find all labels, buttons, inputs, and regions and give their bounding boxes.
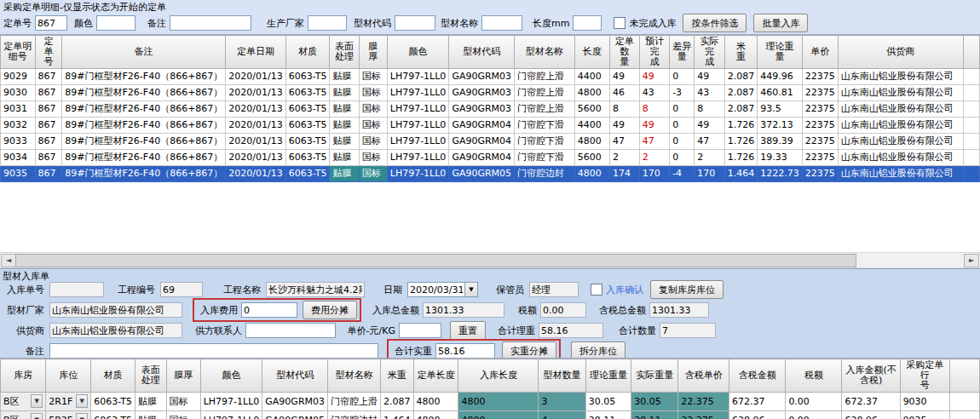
table-cell[interactable]: 山东南山铝业股份有限公司 <box>838 118 963 134</box>
scroll-left-icon[interactable]: ◄ <box>1 254 16 267</box>
table-cell[interactable]: GA90GRM03 <box>449 85 515 101</box>
table-row[interactable]: 903486789#门框型材F26-F40（866+867）2020/01/13… <box>1 150 980 166</box>
project-no-input[interactable] <box>160 282 203 297</box>
table-cell[interactable]: 628.96 <box>729 411 785 419</box>
table-cell[interactable]: 449.96 <box>758 69 803 85</box>
table-cell[interactable]: 2020/01/13 <box>226 134 285 150</box>
table-cell[interactable]: 贴膜 <box>330 150 359 166</box>
column-header[interactable]: 表面 处理 <box>330 36 359 69</box>
table-cell[interactable]: 山东南山铝业股份有限公司 <box>838 69 963 85</box>
table-cell[interactable]: 49 <box>609 69 639 85</box>
table-cell[interactable]: GA90GRM03 <box>262 393 328 411</box>
table-cell[interactable]: GA90GRM04 <box>449 118 515 134</box>
table-cell[interactable]: 49 <box>639 69 669 85</box>
table-cell[interactable]: 672.37 <box>842 393 900 411</box>
filter-by-condition-button[interactable]: 按条件筛选 <box>683 14 747 32</box>
column-header[interactable]: 型材名称 <box>328 359 381 393</box>
table-cell[interactable]: 2.087 <box>381 393 414 411</box>
table-cell[interactable]: 5600 <box>574 150 609 166</box>
table-cell[interactable]: 贴膜 <box>330 118 359 134</box>
table-cell[interactable]: 30.05 <box>631 393 678 411</box>
table-cell[interactable]: 4400 <box>574 118 609 134</box>
table-cell[interactable]: 170 <box>639 166 669 182</box>
table-cell[interactable]: 0 <box>670 150 695 166</box>
column-header[interactable]: 备注 <box>62 36 226 69</box>
column-header[interactable]: 采购定单行 号 <box>900 359 949 393</box>
dropdown-arrow-icon[interactable]: ▼ <box>31 413 43 419</box>
column-header[interactable]: 型材名称 <box>515 36 575 69</box>
table-cell[interactable]: 门帘腔上滑 <box>515 69 575 85</box>
table-cell[interactable]: 门帘腔上滑 <box>515 85 575 101</box>
table-cell[interactable]: 8 <box>695 101 724 118</box>
table-cell[interactable]: 28.11 <box>631 411 678 419</box>
total-amount-input[interactable] <box>423 302 504 318</box>
table-cell[interactable]: 门帘腔上滑 <box>328 393 381 411</box>
remark-filter-input[interactable] <box>170 15 251 31</box>
unfinished-checkbox[interactable] <box>614 17 625 29</box>
table-cell[interactable]: LH797-1LL0 <box>200 411 262 419</box>
column-header[interactable]: 入库金额(不 含税) <box>842 359 900 393</box>
table-cell[interactable]: 867 <box>35 101 62 118</box>
table-cell[interactable]: 49 <box>609 118 639 134</box>
remark-input[interactable] <box>49 343 378 359</box>
table-cell[interactable]: 672.37 <box>729 393 785 411</box>
table-cell[interactable]: LH797-1LL0 <box>387 166 449 182</box>
column-header[interactable]: 税额 <box>786 359 842 393</box>
table-cell[interactable]: 1.726 <box>724 150 758 166</box>
table-cell[interactable]: 43 <box>639 85 669 101</box>
column-header[interactable]: 理论重 量 <box>758 36 803 69</box>
column-header[interactable]: 差异量 <box>670 36 695 69</box>
table-cell[interactable]: 22.375 <box>678 411 729 419</box>
table-cell[interactable]: 山东南山铝业股份有限公司 <box>838 166 963 182</box>
table-cell[interactable]: 贴膜 <box>330 85 359 101</box>
table-cell[interactable]: 山东南山铝业股份有限公司 <box>838 134 963 150</box>
table-cell[interactable]: 8 <box>639 101 669 118</box>
table-cell[interactable]: 国标 <box>359 85 387 101</box>
column-header[interactable]: 型材代码 <box>262 359 328 393</box>
table-cell[interactable]: 1.464 <box>724 166 758 182</box>
table-cell[interactable]: 门帘腔边封 <box>515 166 575 182</box>
table-row[interactable]: 903186789#门框型材F26-F40（866+867）2020/01/13… <box>1 101 980 118</box>
table-cell[interactable]: 9032 <box>1 118 36 134</box>
column-header[interactable]: 供货商 <box>838 36 963 69</box>
column-header[interactable]: 定单日期 <box>226 36 285 69</box>
table-cell[interactable]: 贴膜 <box>135 393 166 411</box>
table-cell[interactable]: GA90GRM05 <box>449 166 515 182</box>
table-cell[interactable]: LH797-1LL0 <box>387 101 449 118</box>
table-row[interactable]: ▼B区▼5B2F6063-T5贴膜国标LH797-1LL0GA90GRM05门帘… <box>1 411 980 419</box>
table-cell[interactable]: 22.375 <box>678 393 729 411</box>
table-cell[interactable]: 1222.73 <box>758 166 803 182</box>
table-cell[interactable]: 2.087 <box>724 69 758 85</box>
table-cell[interactable]: GA90GRM03 <box>449 101 515 118</box>
column-header[interactable]: 膜厚 <box>166 359 200 393</box>
fee-split-button[interactable]: 费用分摊 <box>303 301 357 319</box>
table-cell[interactable]: 门帘腔下滑 <box>515 118 575 134</box>
batch-stockin-button[interactable]: 批量入库 <box>753 14 808 32</box>
table-cell[interactable]: LH797-1LL0 <box>200 393 262 411</box>
table-cell[interactable]: ▼B区 <box>1 411 46 419</box>
table-cell[interactable]: 6063-T5 <box>285 150 330 166</box>
calendar-dropdown-icon[interactable]: ▼ <box>465 282 478 297</box>
table-cell[interactable]: 49 <box>639 118 669 134</box>
table-cell[interactable]: 174 <box>609 166 639 182</box>
column-header[interactable]: 实际完 成 <box>695 36 724 69</box>
column-header[interactable]: 颜色 <box>200 359 262 393</box>
table-cell[interactable]: 49 <box>695 69 724 85</box>
keeper-input[interactable] <box>529 282 579 297</box>
table-cell[interactable]: 22375 <box>802 118 838 134</box>
table-cell[interactable]: 93.5 <box>758 101 803 118</box>
table-cell[interactable]: ▼5B2F <box>46 411 91 419</box>
table-cell[interactable]: 47 <box>639 134 669 150</box>
column-header[interactable]: 定单长度 <box>413 359 458 393</box>
table-cell[interactable]: 170 <box>695 166 724 182</box>
table-cell[interactable]: 6063-T5 <box>285 118 330 134</box>
table-row[interactable]: 903086789#门框型材F26-F40（866+867）2020/01/13… <box>1 85 980 101</box>
table-cell[interactable]: 22375 <box>802 134 838 150</box>
table-cell[interactable]: 89#门框型材F26-F40（866+867） <box>62 150 226 166</box>
table-cell[interactable]: 389.39 <box>758 134 803 150</box>
table-cell[interactable]: 国标 <box>359 101 387 118</box>
table-cell[interactable]: 门帘腔下滑 <box>515 134 575 150</box>
column-header[interactable]: 入库长度 <box>458 359 539 393</box>
tax-input[interactable] <box>540 302 586 318</box>
table-cell[interactable]: 2 <box>639 150 669 166</box>
